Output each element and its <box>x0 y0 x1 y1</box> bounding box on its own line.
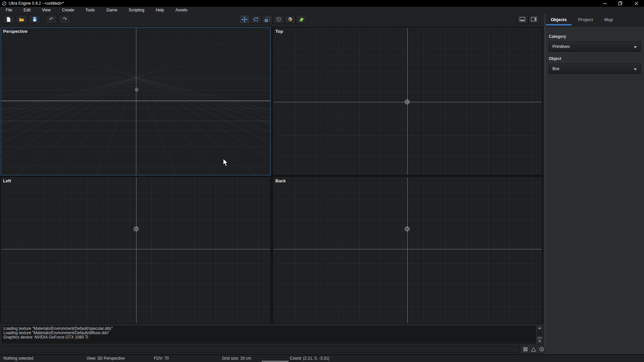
horizontal-axis-line <box>1 249 270 249</box>
viewport-left[interactable]: Left <box>1 177 271 323</box>
object-dropdown[interactable]: Box <box>549 64 641 74</box>
chevron-down-icon <box>634 46 637 48</box>
status-view: View: 3D Perspective <box>87 356 125 361</box>
save-button[interactable] <box>29 15 40 24</box>
scale-tool-button[interactable] <box>262 15 273 24</box>
viewport-top[interactable]: Top <box>273 27 542 175</box>
status-selection: Nothing selected <box>3 356 33 361</box>
viewport-perspective[interactable]: Perspective <box>1 27 271 175</box>
undo-button[interactable]: ↶ <box>46 15 57 24</box>
horizontal-scrollbar-thumb[interactable] <box>2 347 519 352</box>
scroll-down-button[interactable] <box>537 339 542 344</box>
console-scrollbar[interactable] <box>537 325 543 344</box>
object-label: Object <box>549 56 561 61</box>
menu-tools[interactable]: Tools <box>80 7 101 13</box>
scroll-up-button[interactable] <box>537 326 542 330</box>
category-dropdown[interactable]: Primitives <box>549 42 641 52</box>
console-log: Loading texture "Materials/Environment/D… <box>1 325 536 344</box>
light-gizmo-icon[interactable] <box>133 226 140 232</box>
title-bar: Ultra Engine 0.9.2 - <untitled>* <box>0 0 644 7</box>
paint-tool-button[interactable] <box>296 15 307 24</box>
ultra-engine-window: Ultra Engine 0.9.2 - <untitled>* File Ed… <box>0 0 644 362</box>
viewport-label: Top <box>275 29 283 34</box>
mouse-cursor <box>223 159 229 167</box>
minimize-button[interactable] <box>597 0 612 7</box>
toggle-bottom-panel-button[interactable] <box>517 15 528 24</box>
light-gizmo-icon[interactable] <box>134 87 139 92</box>
viewport-label: Perspective <box>3 29 28 34</box>
category-label: Category <box>549 34 566 39</box>
menu-help[interactable]: Help <box>150 7 170 13</box>
save-icon <box>32 16 38 22</box>
toggle-side-panel-button[interactable] <box>528 15 540 24</box>
arrow-up-icon <box>538 327 541 329</box>
console-line: Graphics device: NVIDIA GeForce GTX 1080… <box>3 335 536 340</box>
tab-project[interactable]: Project <box>575 15 596 25</box>
vertical-axis-line <box>407 177 408 323</box>
menu-edit[interactable]: Edit <box>18 7 36 13</box>
warning-triangle-icon <box>531 347 536 352</box>
status-coordinates: Coord: (2.21, 0, -3.31) <box>290 356 329 361</box>
side-panel-icon <box>531 17 537 22</box>
open-button[interactable] <box>16 15 27 24</box>
menu-view[interactable]: View <box>36 7 56 13</box>
tab-objects[interactable]: Objects <box>547 15 570 25</box>
objects-panel: Category Primitives Object Box <box>545 27 644 354</box>
wireframe-mode-button[interactable] <box>273 15 284 24</box>
open-folder-icon <box>18 16 24 22</box>
status-grid-size: Grid size: 16 cm <box>222 356 251 361</box>
close-button[interactable] <box>629 0 644 7</box>
menu-assets[interactable]: Assets <box>170 7 193 13</box>
menu-create[interactable]: Create <box>56 7 80 13</box>
errors-filter-button[interactable] <box>538 346 545 353</box>
new-file-icon <box>6 16 11 22</box>
arrow-down-icon <box>538 341 541 342</box>
scale-icon <box>264 16 270 22</box>
warnings-filter-button[interactable] <box>530 346 537 353</box>
viewport-label: Left <box>3 178 11 183</box>
taskbar-hint <box>262 361 288 362</box>
error-circle-icon <box>539 347 544 352</box>
move-icon <box>241 16 248 22</box>
log-list-icon <box>523 347 528 351</box>
status-bar: Nothing selected View: 3D Perspective FO… <box>0 354 644 362</box>
rotate-tool-button[interactable] <box>250 15 262 24</box>
restore-button[interactable] <box>612 0 628 7</box>
solid-cube-icon <box>287 16 293 22</box>
tab-map[interactable]: Map <box>601 15 616 25</box>
log-filter-button[interactable] <box>522 346 529 353</box>
object-value: Box <box>552 66 559 71</box>
light-gizmo-icon[interactable] <box>404 99 411 105</box>
status-fov: FOV: 70 <box>154 356 169 361</box>
chevron-down-icon <box>634 68 637 70</box>
perspective-grid <box>1 28 271 175</box>
solid-mode-button[interactable] <box>284 15 296 24</box>
paint-icon <box>299 16 305 22</box>
undo-icon: ↶ <box>49 17 54 22</box>
menu-file[interactable]: File <box>0 7 18 13</box>
menu-bar: File Edit View Create Tools Game Scripti… <box>0 7 644 13</box>
rotate-icon <box>253 17 259 22</box>
light-gizmo-icon[interactable] <box>404 226 411 232</box>
wireframe-cube-icon <box>276 16 282 22</box>
redo-icon: ↷ <box>63 17 67 22</box>
horizontal-axis-line <box>273 249 542 249</box>
bottom-panel-icon <box>520 17 526 22</box>
window-title: Ultra Engine 0.9.2 - <untitled>* <box>9 1 64 6</box>
move-tool-button[interactable] <box>239 15 250 24</box>
app-logo-icon <box>2 1 7 6</box>
menu-scripting[interactable]: Scripting <box>123 7 150 13</box>
redo-button[interactable]: ↷ <box>59 15 70 24</box>
new-file-button[interactable] <box>3 15 14 24</box>
console-horizontal-scrollbar[interactable] <box>1 346 520 353</box>
panel-tabs: Objects Project Map <box>547 15 621 27</box>
menu-game[interactable]: Game <box>101 7 123 13</box>
vertical-axis-line <box>136 177 137 323</box>
viewport-label: Back <box>275 178 286 183</box>
category-value: Primitives <box>552 44 570 49</box>
viewport-back[interactable]: Back <box>273 177 542 323</box>
